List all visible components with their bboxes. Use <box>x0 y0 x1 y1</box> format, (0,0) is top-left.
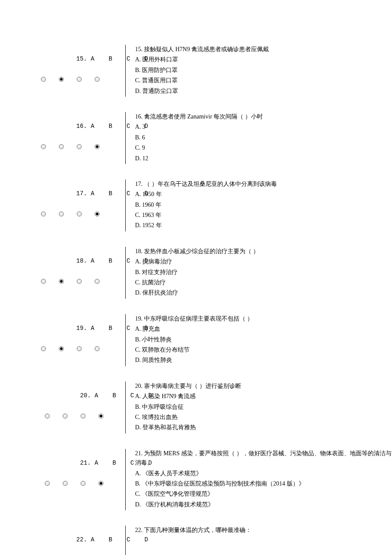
letter-a: A <box>91 189 109 198</box>
option-c: C. 《医院空气净化管理规范》 <box>135 489 392 499</box>
option-c: C. 普通医用口罩 <box>135 76 392 85</box>
radio-18-a[interactable] <box>41 279 46 284</box>
question-number: 17. <box>76 189 91 198</box>
option-a: A. 《医务人员手术规范》 <box>135 469 392 478</box>
question-number: 18. <box>76 256 91 266</box>
answer-header: 22.ABCD <box>40 526 120 554</box>
answer-header: 16.ABCD <box>40 112 120 141</box>
radio-16-d[interactable] <box>95 144 100 149</box>
question-20-row: 20.ABCD 20. 寨卡病毒病主要与（ ）进行鉴别诊断 A. 人感染 H7N… <box>0 382 392 434</box>
letter-a: A <box>91 324 109 333</box>
radio-19-a[interactable] <box>41 346 46 351</box>
radio-group <box>40 77 120 82</box>
radio-21-d[interactable] <box>98 481 104 486</box>
question-number: 16. <box>76 121 91 131</box>
option-b: B. 医用防护口罩 <box>135 66 392 75</box>
question-17-row: 17.ABCD 17. （ ）年在乌干达及坦桑尼亚的人体中分离到该病毒 A. 1… <box>0 179 392 231</box>
option-d: D. 间质性肺炎 <box>135 356 392 365</box>
letter-c: C <box>127 535 144 544</box>
letter-a: A <box>95 458 112 468</box>
question-16-row: 16.ABCD 16. 禽流感患者使用 Zanamivir 每次间隔（ ）小时 … <box>0 112 392 164</box>
question-text: 19. 中东呼吸综合征病理主要表现不包括（ ） <box>135 314 392 324</box>
option-b: B. 对症支持治疗 <box>135 268 392 277</box>
radio-20-d[interactable] <box>98 413 104 419</box>
question-number: 22. <box>76 535 91 544</box>
letter-b: B <box>109 324 127 333</box>
question-number: 20. <box>80 391 95 400</box>
radio-19-c[interactable] <box>77 346 82 351</box>
radio-21-a[interactable] <box>45 481 50 486</box>
answer-header: 21.ABCD <box>44 449 120 477</box>
radio-15-d[interactable] <box>95 77 100 82</box>
radio-19-b[interactable] <box>59 346 64 351</box>
question-number: 15. <box>76 54 91 64</box>
radio-20-a[interactable] <box>45 413 50 419</box>
option-d: D. 1952 年 <box>135 221 392 230</box>
option-d: D. 普通防尘口罩 <box>135 87 392 96</box>
option-a: A. 3 <box>135 122 392 132</box>
option-b: B. 《中东呼吸综合征医院感染预防与控制技术指南（2014 版）》 <box>135 479 392 489</box>
question-19-row: 19.ABCD 19. 中东呼吸综合征病理主要表现不包括（ ） A. 肺充血 B… <box>0 314 392 366</box>
answer-header: 20.ABCD <box>44 382 120 410</box>
radio-16-a[interactable] <box>41 144 46 149</box>
question-text: 17. （ ）年在乌干达及坦桑尼亚的人体中分离到该病毒 <box>135 179 392 189</box>
question-number: 21. <box>80 458 95 468</box>
radio-group <box>40 279 120 284</box>
option-a: A. 1950 年 <box>135 190 392 199</box>
question-text: 16. 禽流感患者使用 Zanamivir 每次间隔（ ）小时 <box>135 112 392 121</box>
radio-21-c[interactable] <box>81 481 86 486</box>
answer-panel-18: 18.ABCD <box>0 247 126 299</box>
radio-15-a[interactable] <box>41 77 46 82</box>
answer-panel-20: 20.ABCD <box>0 382 126 434</box>
radio-17-c[interactable] <box>77 211 82 217</box>
option-b: B. 小叶性肺炎 <box>135 335 392 344</box>
letter-a: A <box>91 256 109 266</box>
question-text: 15. 接触疑似人 H7N9 禽流感患者或确诊患者应佩戴 <box>135 45 392 54</box>
radio-20-c[interactable] <box>81 413 86 419</box>
question-panel-19: 19. 中东呼吸综合征病理主要表现不包括（ ） A. 肺充血 B. 小叶性肺炎 … <box>126 314 392 366</box>
letter-b: B <box>109 121 127 131</box>
letter-a: A <box>91 54 109 64</box>
option-c: C. 埃博拉出血热 <box>135 413 392 422</box>
answer-panel-16: 16.ABCD <box>0 112 126 164</box>
radio-group <box>40 211 120 217</box>
radio-18-d[interactable] <box>95 279 100 284</box>
answer-panel-19: 19.ABCD <box>0 314 126 366</box>
letter-b: B <box>109 189 127 198</box>
radio-18-c[interactable] <box>77 279 82 284</box>
question-panel-21: 21. 为预防 MERS 感染，要严格按照（ ），做好医疗器械、污染物品、物体表… <box>126 449 392 510</box>
question-text: 22. 下面几种测量体温的方式，哪种最准确： <box>135 526 392 535</box>
page: 15.ABCD 15. 接触疑似人 H7N9 禽流感患者或确诊患者应佩戴 A. … <box>0 0 392 555</box>
question-panel-17: 17. （ ）年在乌干达及坦桑尼亚的人体中分离到该病毒 A. 1950 年 B.… <box>126 179 392 231</box>
radio-18-b[interactable] <box>59 279 64 284</box>
question-text: 21. 为预防 MERS 感染，要严格按照（ ），做好医疗器械、污染物品、物体表… <box>135 449 392 468</box>
option-d: D. 保肝抗炎治疗 <box>135 288 392 298</box>
option-a: A. 肺充血 <box>135 324 392 334</box>
question-panel-20: 20. 寨卡病毒病主要与（ ）进行鉴别诊断 A. 人感染 H7N9 禽流感 B.… <box>126 382 392 434</box>
option-c: C. 1963 年 <box>135 211 392 220</box>
radio-17-d[interactable] <box>95 211 100 217</box>
radio-group <box>40 346 120 351</box>
radio-17-b[interactable] <box>59 211 64 217</box>
radio-16-b[interactable] <box>59 144 64 149</box>
radio-16-c[interactable] <box>77 144 82 149</box>
answer-header: 18.ABCD <box>40 247 120 275</box>
radio-20-b[interactable] <box>63 413 68 419</box>
question-panel-18: 18. 发热伴血小板减少综合征的治疗主要为（ ） A. 抗病毒治疗 B. 对症支… <box>126 247 392 299</box>
radio-15-c[interactable] <box>77 77 82 82</box>
question-number: 19. <box>76 324 91 333</box>
question-21-row: 21.ABCD 21. 为预防 MERS 感染，要严格按照（ ），做好医疗器械、… <box>0 449 392 510</box>
radio-15-b[interactable] <box>59 77 64 82</box>
letter-a: A <box>95 391 112 400</box>
radio-17-a[interactable] <box>41 211 46 217</box>
question-panel-16: 16. 禽流感患者使用 Zanamivir 每次间隔（ ）小时 A. 3 B. … <box>126 112 392 164</box>
answer-panel-17: 17.ABCD <box>0 179 126 231</box>
letter-a: A <box>91 121 109 131</box>
option-b: B. 中东呼吸综合征 <box>135 402 392 412</box>
radio-21-b[interactable] <box>63 481 68 486</box>
question-panel-15: 15. 接触疑似人 H7N9 禽流感患者或确诊患者应佩戴 A. 医用外科口罩 B… <box>126 45 392 97</box>
answer-panel-22: 22.ABCD <box>0 526 126 555</box>
option-d: D. 《医疗机构消毒技术规范》 <box>135 500 392 509</box>
radio-19-d[interactable] <box>95 346 100 351</box>
question-15-row: 15.ABCD 15. 接触疑似人 H7N9 禽流感患者或确诊患者应佩戴 A. … <box>0 45 392 97</box>
